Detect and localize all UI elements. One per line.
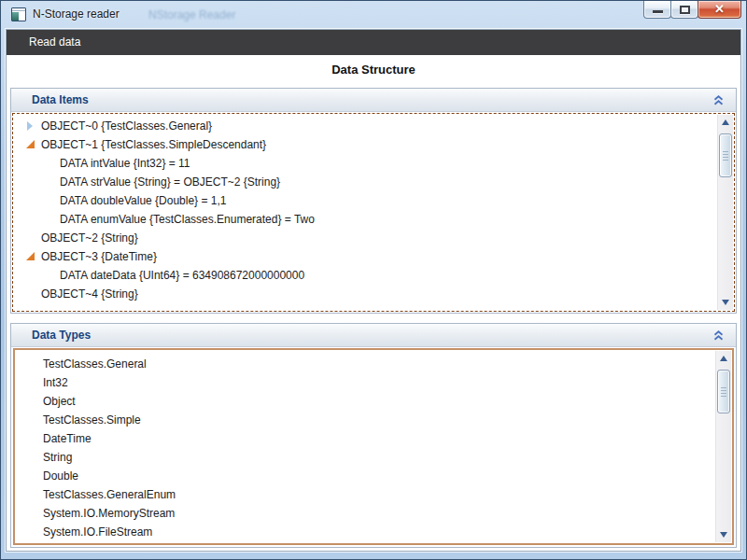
- tree-expander-icon[interactable]: [43, 215, 56, 224]
- triangle-up-icon: [722, 119, 729, 125]
- scroll-up-button[interactable]: [716, 351, 731, 366]
- tree-item-label: OBJECT~4 {String}: [41, 287, 138, 301]
- tree-item-label: OBJECT~0 {TestClasses.General}: [41, 119, 212, 133]
- tree-expander-icon[interactable]: [43, 159, 56, 168]
- tree-item[interactable]: DATA dateData {UInt64} = 634908672000000…: [13, 266, 734, 285]
- close-button[interactable]: ✕: [698, 1, 741, 19]
- data-items-title: Data Items: [32, 93, 89, 106]
- triangle-up-icon: [720, 356, 727, 361]
- minimize-button[interactable]: [643, 1, 671, 19]
- close-icon: ✕: [698, 3, 740, 16]
- list-item-label: System.IO.FileStream: [43, 525, 152, 539]
- data-types-title: Data Types: [32, 329, 91, 342]
- list-item-label: Object: [43, 395, 76, 408]
- chevron-double-up-icon: [713, 95, 724, 105]
- tree-expander-icon[interactable]: [24, 140, 37, 149]
- window-title: N-Storage reader: [33, 7, 120, 21]
- list-item-label: Double: [43, 469, 78, 483]
- tree-item[interactable]: OBJECT~0 {TestClasses.General}: [13, 117, 734, 135]
- tree-expander-icon[interactable]: [24, 233, 37, 243]
- tree-item-label: DATA strValue {String} = OBJECT~2 {Strin…: [60, 175, 280, 189]
- list-item[interactable]: Int32: [15, 373, 732, 392]
- tree-expander-icon[interactable]: [24, 289, 37, 299]
- tree-item-label: OBJECT~3 {DateTime}: [41, 250, 157, 263]
- data-types-list: TestClasses.General Int32 Object TestCla…: [13, 348, 734, 545]
- tree-item-label: DATA enumValue {TestClasses.Enumerated} …: [60, 213, 315, 226]
- list-item[interactable]: DateTime: [15, 429, 732, 448]
- data-types-header: Data Types: [11, 324, 736, 347]
- data-types-section: Data Types TestClasses.General: [10, 323, 737, 548]
- data-items-scrollbar[interactable]: [717, 115, 733, 310]
- data-items-tree: OBJECT~0 {TestClasses.General} OBJECT~1 …: [12, 113, 735, 312]
- tree-item[interactable]: DATA enumValue {TestClasses.Enumerated} …: [13, 210, 734, 229]
- maximize-icon: [680, 6, 690, 14]
- tree-expander-icon[interactable]: [43, 196, 56, 205]
- menubar: Read data: [7, 30, 740, 55]
- tree-item-label: OBJECT~2 {String}: [41, 231, 138, 245]
- triangle-down-icon: [720, 532, 727, 538]
- list-item-label: TestClasses.GeneralEnum: [43, 488, 176, 501]
- tree-item[interactable]: OBJECT~2 {String}: [13, 229, 734, 247]
- data-types-collapse-button[interactable]: [710, 327, 726, 343]
- app-icon: [11, 7, 26, 21]
- tree-expander-icon[interactable]: [24, 252, 37, 261]
- list-item[interactable]: System.IO.FileStream: [15, 523, 732, 541]
- data-items-section: Data Items OBJECT~0 {TestClasses.General…: [10, 88, 737, 314]
- scroll-down-button[interactable]: [718, 295, 733, 310]
- data-items-collapse-button[interactable]: [710, 91, 726, 108]
- app-window: N-Storage reader NStorage Reader ✕ Read …: [0, 0, 747, 560]
- tree-item[interactable]: DATA doubleValue {Double} = 1,1: [13, 191, 734, 210]
- titlebar[interactable]: N-Storage reader NStorage Reader ✕: [1, 1, 746, 29]
- list-item-label: TestClasses.General: [43, 357, 147, 371]
- tree-item[interactable]: DATA strValue {String} = OBJECT~2 {Strin…: [13, 173, 734, 191]
- client-area: Read data Data Structure Data Items: [6, 29, 741, 552]
- data-types-scrollbar[interactable]: [715, 351, 731, 542]
- scroll-up-button[interactable]: [718, 115, 733, 130]
- page-title: Data Structure: [7, 55, 740, 88]
- list-item[interactable]: String: [15, 448, 732, 467]
- tree-item[interactable]: DATA intValue {Int32} = 11: [13, 154, 734, 173]
- list-item[interactable]: TestClasses.GeneralEnum: [15, 485, 732, 504]
- tree-item-label: DATA intValue {Int32} = 11: [60, 157, 190, 170]
- list-item-label: String: [43, 451, 72, 464]
- minimize-icon: [653, 10, 663, 13]
- triangle-down-icon: [722, 300, 729, 305]
- list-item-label: DateTime: [43, 432, 92, 445]
- tree-item[interactable]: OBJECT~1 {TestClasses.SimpleDescendant}: [13, 135, 734, 154]
- tree-item-label: DATA doubleValue {Double} = 1,1: [60, 194, 226, 207]
- tree-expander-icon[interactable]: [43, 271, 56, 280]
- scrollbar-thumb[interactable]: [717, 370, 730, 413]
- list-item-label: System.IO.MemoryStream: [43, 507, 175, 520]
- list-item[interactable]: Object: [15, 392, 732, 411]
- list-item-label: TestClasses.Simple: [43, 413, 141, 427]
- data-items-header: Data Items: [11, 89, 736, 112]
- chevron-double-up-icon: [713, 330, 724, 341]
- caption-buttons: ✕: [644, 1, 741, 19]
- list-item[interactable]: Double: [15, 467, 732, 485]
- scrollbar-thumb[interactable]: [719, 133, 732, 177]
- list-item[interactable]: TestClasses.General: [15, 355, 732, 373]
- list-item-label: Int32: [43, 376, 68, 389]
- background-window-ghost-title: NStorage Reader: [148, 8, 235, 21]
- scroll-down-button[interactable]: [716, 527, 731, 542]
- menu-item-read-data[interactable]: Read data: [7, 30, 93, 55]
- tree-item-label: OBJECT~1 {TestClasses.SimpleDescendant}: [41, 138, 266, 151]
- tree-item[interactable]: OBJECT~3 {DateTime}: [13, 247, 734, 266]
- tree-expander-icon[interactable]: [43, 177, 56, 187]
- tree-item[interactable]: OBJECT~4 {String}: [13, 285, 734, 303]
- list-item[interactable]: TestClasses.Simple: [15, 411, 732, 429]
- tree-expander-icon[interactable]: [24, 121, 37, 131]
- tree-item-label: DATA dateData {UInt64} = 634908672000000…: [60, 269, 304, 282]
- maximize-button[interactable]: [670, 1, 698, 19]
- list-item[interactable]: System.IO.MemoryStream: [15, 504, 732, 523]
